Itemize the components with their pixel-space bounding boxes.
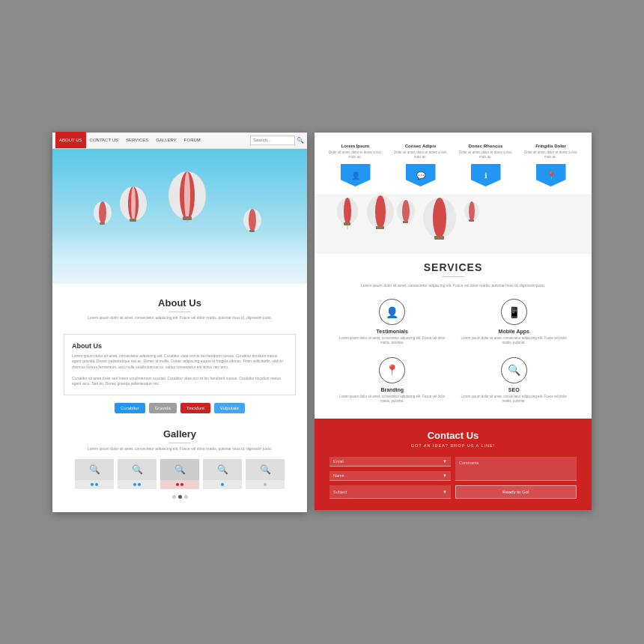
chat-icon: 💬 <box>416 171 425 180</box>
feature-title-3: Donec Rhoncus <box>456 144 515 148</box>
comments-field[interactable]: Comments <box>455 457 577 481</box>
service-item-seo: 🔍 SEO Lorem ipsum dolor sit amet, consec… <box>459 357 570 404</box>
feature-title-2: Consec Adipis <box>391 144 450 148</box>
seo-icon: 🔍 <box>501 357 527 383</box>
page-dots <box>67 489 292 505</box>
nav-item-gallery[interactable]: GALLERY <box>152 132 180 148</box>
services-subtitle: Lorem ipsum dolor sit amet, consectetur … <box>329 283 577 288</box>
svg-rect-32 <box>469 219 474 222</box>
gallery-divider <box>168 443 191 443</box>
nav-item-about[interactable]: ABOUT US <box>55 132 86 148</box>
about-box: About Us Lorem ipsum dolor sit amet, con… <box>64 334 296 395</box>
btn-vulputate[interactable]: Vulputate <box>214 403 245 413</box>
svg-point-11 <box>99 201 106 224</box>
svg-rect-26 <box>403 221 408 223</box>
about-section: About Us Lorem ipsum dolor sit amet, con… <box>52 284 307 334</box>
feature-card-4: Fringilla Dolor Dolor sit amet, dolor et… <box>521 144 580 187</box>
gallery-search-icon-3: 🔍 <box>174 464 186 475</box>
about-box-title: About Us <box>72 342 288 350</box>
feature-text-4: Dolor sit amet, dolor et dorec a nisi, m… <box>521 151 580 160</box>
left-panel: ABOUT US CONTACT US SERVICES GALLERY FOR… <box>52 133 307 512</box>
about-divider <box>168 312 191 312</box>
search-input[interactable] <box>250 136 295 145</box>
hero-svg <box>52 149 307 284</box>
search-container: 🔍 <box>250 136 304 145</box>
service-item-mobile: 📱 Mobile Apps Lorem ipsum dolor sit amet… <box>459 299 570 346</box>
btn-tincidunt[interactable]: Tincidunt <box>180 403 210 413</box>
features-section: Lorem Ipsum Dolor sit amet, dolor et dor… <box>315 133 592 195</box>
services-grid: 👤 Testimonials Lorem ipsum dolor sit ame… <box>329 299 577 404</box>
feature-card-2: Consec Adipis Dolor sit amet, dolor et d… <box>391 144 450 187</box>
right-panel: Lorem Ipsum Dolor sit amet, dolor et dor… <box>315 133 592 511</box>
about-box-text: Lorem ipsum dolor sit amet, consectetur … <box>72 353 288 387</box>
service-text-seo: Lorem ipsum dolor sit amet, consectetur … <box>459 395 570 404</box>
svg-point-25 <box>402 200 410 222</box>
svg-rect-15 <box>249 230 255 232</box>
nav-item-services[interactable]: SERVICES <box>122 132 152 148</box>
service-title-seo: SEO <box>508 387 520 392</box>
nav-item-forum[interactable]: FORUM <box>180 132 204 148</box>
feature-text-2: Dolor sit amet, dolor et dorec a nisi, m… <box>391 151 450 160</box>
services-banner <box>315 194 592 254</box>
submit-button[interactable]: Ready to Go! <box>455 485 577 499</box>
service-title-branding: Branding <box>380 387 404 392</box>
svg-rect-29 <box>434 236 444 240</box>
name-field[interactable]: Name ▼ <box>329 471 451 481</box>
subject-label: Subject <box>333 490 443 494</box>
name-label: Name <box>333 473 443 478</box>
feature-text-1: Dolor sit amet, dolor et dorec a nisi, m… <box>326 151 385 160</box>
gallery-subtitle: Lorem ipsum dolor sit amet, consectetur … <box>67 446 292 452</box>
branding-icon: 📍 <box>379 357 405 383</box>
contact-section: Contact Us GOT AN IDEA? DROP US A LINE! … <box>315 419 592 510</box>
submit-label: Ready to Go! <box>502 490 529 494</box>
hero-banner <box>52 149 307 284</box>
btn-gravida[interactable]: Gravida <box>149 403 177 413</box>
feature-title-4: Fringilla Dolor <box>521 144 580 148</box>
gallery-item-3[interactable]: 🔍 <box>160 459 199 489</box>
gallery-grid: 🔍 🔍 <box>67 459 292 489</box>
search-icon[interactable]: 🔍 <box>297 137 304 144</box>
svg-rect-12 <box>100 222 105 225</box>
mobile-icon: 📱 <box>501 299 527 325</box>
about-title: About Us <box>67 297 292 309</box>
services-section: SERVICES Lorem ipsum dolor sit amet, con… <box>315 254 592 411</box>
gallery-item-5[interactable]: 🔍 <box>246 459 285 489</box>
svg-point-31 <box>469 201 475 221</box>
info-icon: ℹ <box>484 171 487 180</box>
btn-curabitur[interactable]: Curabitur <box>115 403 145 413</box>
feature-icon-box-2: 💬 <box>406 164 436 186</box>
gallery-item-1[interactable]: 🔍 <box>75 459 114 489</box>
feature-icon-box-3: ℹ <box>471 164 501 186</box>
feature-card-1: Lorem Ipsum Dolor sit amet, dolor et dor… <box>326 144 385 187</box>
service-text-mobile: Lorem ipsum dolor sit amet, consectetur … <box>459 336 570 346</box>
service-item-testimonials: 👤 Testimonials Lorem ipsum dolor sit ame… <box>337 299 448 346</box>
gallery-item-4[interactable]: 🔍 <box>203 459 242 489</box>
service-text-testimonials: Lorem ipsum dolor sit amet, consectetur … <box>337 336 448 346</box>
gallery-title: Gallery <box>67 428 292 440</box>
email-field[interactable]: Email ▼ <box>329 457 451 467</box>
gallery-section: Gallery Lorem ipsum dolor sit amet, cons… <box>52 421 307 512</box>
nav-label-about: ABOUT US <box>59 138 82 142</box>
nav-label-services: SERVICES <box>126 138 148 142</box>
pin-icon: 📍 <box>547 171 556 180</box>
nav-item-contact[interactable]: CONTACT US <box>86 132 122 148</box>
contact-subtitle: GOT AN IDEA? DROP US A LINE! <box>329 443 577 448</box>
service-item-branding: 📍 Branding Lorem ipsum dolor sit amet, c… <box>337 357 448 404</box>
service-title-mobile: Mobile Apps <box>499 329 529 334</box>
nav-label-forum: FORUM <box>184 138 201 142</box>
subject-dropdown-icon: ▼ <box>443 490 447 494</box>
subject-field[interactable]: Subject ▼ <box>329 485 451 499</box>
people-icon: 👤 <box>351 171 360 180</box>
svg-point-8 <box>131 186 136 221</box>
svg-point-3 <box>184 171 190 219</box>
gallery-search-icon-2: 🔍 <box>132 464 143 475</box>
navigation: ABOUT US CONTACT US SERVICES GALLERY FOR… <box>52 133 307 149</box>
svg-point-18 <box>344 198 351 225</box>
email-dropdown-icon: ▼ <box>443 459 447 464</box>
email-label: Email <box>333 459 443 464</box>
services-title: SERVICES <box>329 261 577 273</box>
service-text-branding: Lorem ipsum dolor sit amet, consectetur … <box>337 395 448 404</box>
gallery-search-icon-1: 🔍 <box>89 464 100 475</box>
gallery-item-2[interactable]: 🔍 <box>118 459 157 489</box>
nav-label-contact: CONTACT US <box>90 138 118 142</box>
